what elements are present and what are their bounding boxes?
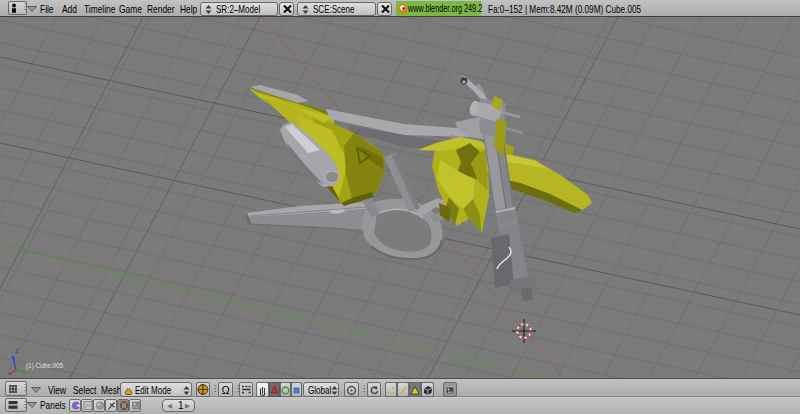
svg-text:(1) Cube.005: (1) Cube.005: [26, 361, 63, 370]
svg-text:z: z: [15, 347, 19, 354]
